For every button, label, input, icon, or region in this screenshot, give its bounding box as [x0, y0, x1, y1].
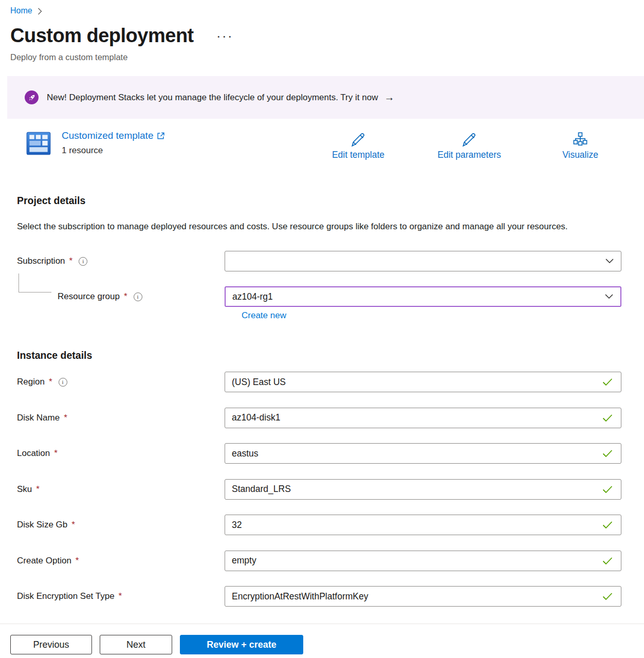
external-link-icon	[157, 132, 164, 140]
edit-parameters-label: Edit parameters	[437, 150, 501, 160]
disk-name-input[interactable]: az104-disk1	[225, 408, 621, 428]
edit-parameters-button[interactable]: Edit parameters	[414, 129, 525, 167]
location-row: Location* eastus	[0, 443, 644, 464]
disk-name-label: Disk Name*	[0, 413, 225, 423]
resource-group-connector-line	[19, 273, 51, 293]
sku-input[interactable]: Standard_LRS	[225, 479, 621, 500]
create-new-link[interactable]: Create new	[242, 310, 286, 321]
valid-check-icon	[602, 593, 613, 600]
valid-check-icon	[602, 485, 613, 493]
template-icon	[26, 130, 51, 157]
region-label: Region*	[0, 377, 225, 387]
create-option-row: Create Option* empty	[0, 551, 644, 571]
chevron-down-icon	[605, 294, 613, 299]
disk-name-value: az104-disk1	[232, 412, 280, 423]
resource-count: 1 resource	[62, 145, 164, 156]
breadcrumb-home-link[interactable]: Home	[10, 6, 32, 15]
wizard-footer: Previous Next Review + create	[0, 624, 644, 658]
page-subtitle: Deploy from a custom template	[10, 51, 644, 63]
deployment-stacks-banner[interactable]: New! Deployment Stacks let you manage th…	[7, 76, 644, 119]
valid-check-icon	[602, 450, 613, 458]
visualize-button[interactable]: Visualize	[525, 129, 636, 167]
resource-group-label: Resource group*	[0, 291, 225, 302]
info-icon[interactable]	[59, 378, 67, 387]
rocket-icon	[25, 90, 39, 104]
disk-size-label: Disk Size Gb*	[0, 520, 225, 530]
location-label: Location*	[0, 448, 225, 459]
sku-value: Standard_LRS	[232, 484, 291, 495]
arrow-right-icon[interactable]: →	[384, 92, 394, 103]
valid-check-icon	[602, 378, 613, 386]
create-option-value: empty	[232, 555, 256, 566]
customized-template-label: Customized template	[62, 130, 153, 141]
pencil-icon	[461, 132, 477, 148]
region-row: Region* (US) East US	[0, 372, 644, 392]
breadcrumb: Home	[0, 0, 644, 16]
subscription-dropdown[interactable]	[225, 251, 621, 271]
visualize-icon	[572, 132, 588, 148]
subscription-label: Subscription*	[0, 256, 225, 266]
chevron-down-icon	[605, 259, 614, 264]
create-option-label: Create Option*	[0, 556, 225, 566]
disk-encryption-set-type-value: EncryptionAtRestWithPlatformKey	[232, 591, 369, 602]
valid-check-icon	[602, 557, 613, 564]
visualize-label: Visualize	[562, 150, 598, 160]
valid-check-icon	[602, 414, 613, 422]
location-value: eastus	[232, 448, 259, 459]
customized-template-link[interactable]: Customized template	[62, 129, 164, 141]
disk-encryption-set-type-row: Disk Encryption Set Type* EncryptionAtRe…	[0, 586, 644, 607]
disk-name-row: Disk Name* az104-disk1	[0, 408, 644, 428]
breadcrumb-chevron-icon	[38, 8, 42, 15]
info-icon[interactable]	[134, 293, 142, 301]
pencil-icon	[350, 132, 366, 148]
subscription-row: Subscription*	[0, 251, 644, 271]
valid-check-icon	[602, 521, 613, 529]
page-title: Custom deployment	[10, 24, 194, 47]
disk-encryption-set-type-label: Disk Encryption Set Type*	[0, 591, 225, 601]
disk-size-input[interactable]: 32	[225, 515, 621, 535]
project-details-description: Select the subscription to manage deploy…	[17, 218, 608, 234]
review-create-button[interactable]: Review + create	[180, 635, 303, 654]
resource-group-row: Resource group* az104-rg1	[0, 286, 644, 307]
project-details-heading: Project details	[17, 194, 644, 207]
instance-details-heading: Instance details	[17, 349, 644, 362]
disk-size-row: Disk Size Gb* 32	[0, 515, 644, 535]
info-icon[interactable]	[79, 257, 87, 266]
disk-size-value: 32	[232, 520, 242, 531]
edit-template-label: Edit template	[332, 150, 384, 160]
banner-message[interactable]: New! Deployment Stacks let you manage th…	[47, 93, 378, 103]
resource-group-dropdown[interactable]: az104-rg1	[225, 286, 621, 307]
disk-encryption-set-type-input[interactable]: EncryptionAtRestWithPlatformKey	[225, 586, 621, 607]
create-option-input[interactable]: empty	[225, 551, 621, 571]
region-input[interactable]: (US) East US	[225, 372, 621, 392]
sku-row: Sku* Standard_LRS	[0, 479, 644, 500]
resource-group-value: az104-rg1	[232, 291, 273, 302]
previous-button[interactable]: Previous	[10, 635, 92, 654]
next-button[interactable]: Next	[100, 635, 172, 654]
more-options-icon[interactable]: ···	[217, 32, 234, 43]
sku-label: Sku*	[0, 484, 225, 495]
location-input[interactable]: eastus	[225, 443, 621, 464]
region-value: (US) East US	[232, 377, 286, 388]
edit-template-button[interactable]: Edit template	[303, 129, 414, 167]
